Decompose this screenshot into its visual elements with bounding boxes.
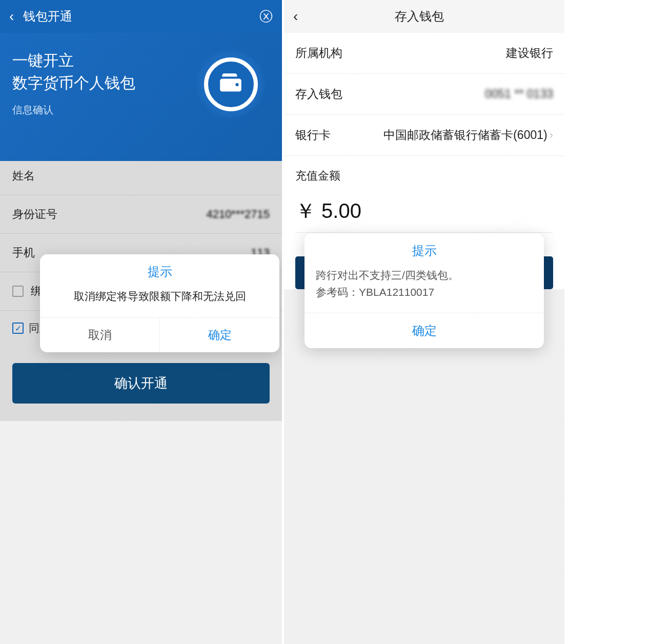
row-name[interactable]: 姓名 (0, 157, 282, 195)
header-title: 存入钱包 (298, 8, 541, 25)
back-icon[interactable]: ‹ (293, 8, 298, 25)
dialog-message: 跨行对出不支持三/四类钱包。 参考码：YBLA12110017 (304, 262, 544, 313)
screen-deposit: ‹ 存入钱包 所属机构 建设银行 存入钱包 0051 ** 0133 银行卡 中… (284, 0, 564, 644)
dialog: 提示 跨行对出不支持三/四类钱包。 参考码：YBLA12110017 确定 (304, 233, 544, 348)
hero: 一键开立 数字货币个人钱包 信息确认 (0, 33, 282, 161)
back-icon[interactable]: ‹ (9, 8, 14, 25)
header: ‹ 钱包开通 ⓧ (0, 0, 282, 33)
id-label: 身份证号 (12, 207, 57, 222)
row-bankcard[interactable]: 银行卡 中国邮政储蓄银行储蓄卡(6001) › (284, 115, 564, 156)
card-label: 银行卡 (295, 127, 331, 143)
amount-value[interactable]: ￥ 5.00 (295, 197, 553, 225)
row-wallet[interactable]: 存入钱包 0051 ** 0133 (284, 74, 564, 115)
ok-button[interactable]: 确定 (304, 313, 544, 348)
card-checkbox[interactable] (12, 286, 24, 297)
amount-label: 充值金额 (295, 168, 553, 184)
divider (295, 232, 553, 233)
close-icon[interactable]: ⓧ (259, 8, 273, 26)
wallet-icon (195, 48, 267, 120)
dialog-title: 提示 (40, 254, 279, 283)
row-org: 所属机构 建设银行 (284, 33, 564, 74)
card-value: 中国邮政储蓄银行储蓄卡(6001) (383, 127, 547, 143)
name-label: 姓名 (12, 168, 35, 184)
dialog-buttons: 取消 确定 (40, 317, 279, 352)
cancel-button[interactable]: 取消 (40, 318, 160, 352)
ok-button[interactable]: 确定 (160, 318, 279, 352)
amount-section: 充值金额 ￥ 5.00 (284, 156, 564, 238)
wallet-label: 存入钱包 (295, 86, 342, 102)
org-label: 所属机构 (295, 45, 342, 61)
confirm-open-button[interactable]: 确认开通 (12, 363, 270, 404)
chevron-right-icon: › (550, 129, 553, 142)
wallet-value: 0051 ** 0133 (485, 87, 553, 101)
dialog-message: 取消绑定将导致限额下降和无法兑回 (40, 283, 279, 317)
dialog: 提示 取消绑定将导致限额下降和无法兑回 取消 确定 (40, 254, 279, 352)
org-value: 建设银行 (506, 45, 553, 61)
phone-label: 手机 (12, 245, 35, 260)
screen-wallet-open: ‹ 钱包开通 ⓧ 一键开立 数字货币个人钱包 信息确认 姓名 身份证号 4210… (0, 0, 282, 644)
dialog-title: 提示 (304, 233, 544, 262)
row-id[interactable]: 身份证号 4210***2715 (0, 195, 282, 234)
header: ‹ 存入钱包 (284, 0, 564, 33)
agree-checkbox[interactable]: ✓ (12, 323, 24, 334)
header-title: 钱包开通 (23, 8, 259, 25)
id-value: 4210***2715 (206, 208, 270, 221)
